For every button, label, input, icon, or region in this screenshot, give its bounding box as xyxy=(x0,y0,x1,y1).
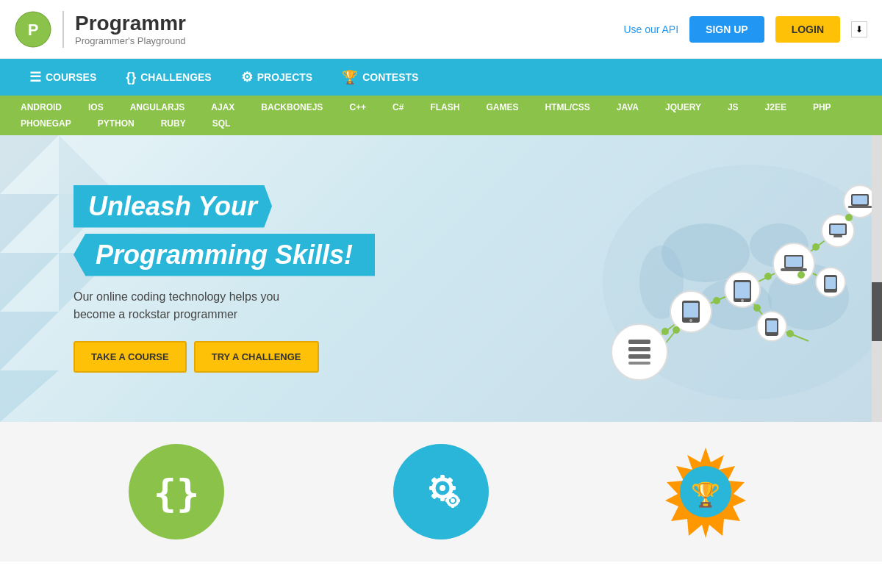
svg-rect-36 xyxy=(786,257,802,267)
svg-rect-51 xyxy=(767,320,777,332)
svg-rect-41 xyxy=(833,235,842,237)
svg-text:P: P xyxy=(28,21,39,39)
svg-text:{}: {} xyxy=(154,471,200,515)
subnav-item-jquery[interactable]: JQUERY xyxy=(652,99,714,115)
subnav-item-python[interactable]: PYTHON xyxy=(85,115,148,132)
svg-rect-55 xyxy=(848,206,872,208)
subnav-item-c[interactable]: C# xyxy=(379,99,417,115)
svg-rect-79 xyxy=(451,504,454,508)
subnav-item-phonegap[interactable]: PHONEGAP xyxy=(7,115,85,132)
courses-nav-icon: ☰ xyxy=(29,69,41,85)
svg-rect-71 xyxy=(450,486,456,490)
svg-rect-37 xyxy=(781,268,807,271)
scrollbar-thumb[interactable] xyxy=(872,282,882,341)
svg-point-62 xyxy=(753,304,761,312)
subnav-item-ios[interactable]: IOS xyxy=(75,99,117,115)
svg-marker-3 xyxy=(0,194,59,253)
take-course-button[interactable]: TAKE A COURSE xyxy=(74,341,187,373)
api-link[interactable]: Use our API xyxy=(623,24,678,35)
hero-subtitle: Our online coding technology helps you b… xyxy=(74,288,375,323)
svg-point-60 xyxy=(845,214,853,221)
logo-divider xyxy=(62,11,64,48)
nav-challenges[interactable]: {} CHALLENGES xyxy=(111,59,226,96)
svg-text:🏆: 🏆 xyxy=(691,481,720,509)
svg-point-59 xyxy=(812,243,820,251)
challenges-card: {} xyxy=(129,444,224,539)
svg-rect-28 xyxy=(628,354,650,359)
nav-contests[interactable]: 🏆 CONTESTS xyxy=(327,59,433,96)
challenges-circle-icon: {} xyxy=(129,444,224,539)
braces-icon: {} xyxy=(147,466,206,517)
hero-subtitle-line1: Our online coding technology helps you xyxy=(74,290,279,303)
subnav-item-ruby[interactable]: RUBY xyxy=(148,115,199,132)
subnav-item-flash[interactable]: FLASH xyxy=(417,99,473,115)
svg-point-77 xyxy=(451,498,455,503)
subnav-item-js[interactable]: JS xyxy=(714,99,752,115)
svg-marker-6 xyxy=(0,370,59,422)
subnav-item-htmlcss[interactable]: HTML/CSS xyxy=(531,99,603,115)
subnav-item-backbonejs[interactable]: BACKBONEJS xyxy=(248,99,336,115)
subnav-item-php[interactable]: PHP xyxy=(800,99,845,115)
subnav-item-angularjs[interactable]: ANGULARJS xyxy=(117,99,198,115)
svg-rect-26 xyxy=(628,340,650,344)
hero-visual xyxy=(514,135,882,422)
subnav: ANDROIDIOSANGULARJSAJAXBACKBONEJSC++C#FL… xyxy=(0,96,882,135)
svg-rect-68 xyxy=(440,475,445,481)
svg-rect-81 xyxy=(456,499,460,502)
contests-badge: 🏆 xyxy=(658,444,753,539)
projects-card xyxy=(393,444,489,539)
scrollbar-track[interactable] xyxy=(872,135,882,422)
svg-point-64 xyxy=(673,326,680,334)
svg-rect-70 xyxy=(429,486,435,490)
svg-point-58 xyxy=(764,273,772,280)
subnav-item-java[interactable]: JAVA xyxy=(603,99,652,115)
svg-rect-54 xyxy=(853,196,867,204)
signup-button[interactable]: SIGN UP xyxy=(689,16,764,43)
svg-rect-78 xyxy=(451,493,454,497)
svg-rect-44 xyxy=(735,282,750,298)
svg-marker-2 xyxy=(0,135,59,194)
download-badge[interactable]: ⬇ xyxy=(851,21,867,37)
subnav-item-j2ee[interactable]: J2EE xyxy=(752,99,800,115)
svg-point-25 xyxy=(612,324,667,380)
projects-nav-icon: ⚙ xyxy=(241,69,253,85)
challenges-nav-icon: {} xyxy=(126,70,136,85)
hero-content: Unleash Your Programming Skills! Our onl… xyxy=(74,185,375,373)
subnav-item-android[interactable]: ANDROID xyxy=(7,99,75,115)
nav-courses[interactable]: ☰ COURSES xyxy=(15,59,111,96)
svg-rect-69 xyxy=(440,495,445,501)
subnav-item-c[interactable]: C++ xyxy=(336,99,379,115)
hero-buttons: TAKE A COURSE TRY A CHALLENGE xyxy=(74,341,375,373)
nav-courses-label: COURSES xyxy=(46,71,96,83)
svg-rect-27 xyxy=(628,347,650,351)
svg-rect-73 xyxy=(446,477,453,484)
hero-title-line2: Programming Skills! xyxy=(74,234,375,276)
svg-rect-80 xyxy=(445,499,449,502)
hero-title-line1: Unleash Your xyxy=(74,185,272,228)
svg-point-45 xyxy=(741,299,744,302)
site-name: Programmr xyxy=(75,12,186,35)
contests-card: 🏆 xyxy=(658,444,753,539)
nav-projects[interactable]: ⚙ PROJECTS xyxy=(226,59,327,96)
subnav-item-games[interactable]: GAMES xyxy=(473,99,531,115)
svg-point-61 xyxy=(797,271,805,279)
projects-circle-icon xyxy=(393,444,489,539)
svg-rect-48 xyxy=(825,277,836,289)
svg-marker-5 xyxy=(0,312,59,370)
hero-subtitle-line2: become a rockstar programmer xyxy=(74,308,237,320)
svg-rect-32 xyxy=(684,303,698,318)
svg-point-57 xyxy=(713,297,720,304)
svg-point-63 xyxy=(786,330,794,337)
subnav-item-ajax[interactable]: AJAX xyxy=(198,99,248,115)
try-challenge-button[interactable]: TRY A CHALLENGE xyxy=(194,341,319,373)
header-right: Use our API SIGN UP LOGIN ⬇ xyxy=(623,16,867,43)
svg-marker-4 xyxy=(0,253,59,312)
header: P Programmr Programmer's Playground Use … xyxy=(0,0,882,59)
svg-point-56 xyxy=(662,328,669,335)
nav-challenges-label: CHALLENGES xyxy=(140,71,211,83)
subnav-item-sql[interactable]: SQL xyxy=(199,115,244,132)
navbar: ☰ COURSES {} CHALLENGES ⚙ PROJECTS 🏆 CON… xyxy=(0,59,882,96)
login-button[interactable]: LOGIN xyxy=(775,16,840,43)
svg-rect-29 xyxy=(628,362,650,365)
hero-section: Unleash Your Programming Skills! Our onl… xyxy=(0,135,882,422)
